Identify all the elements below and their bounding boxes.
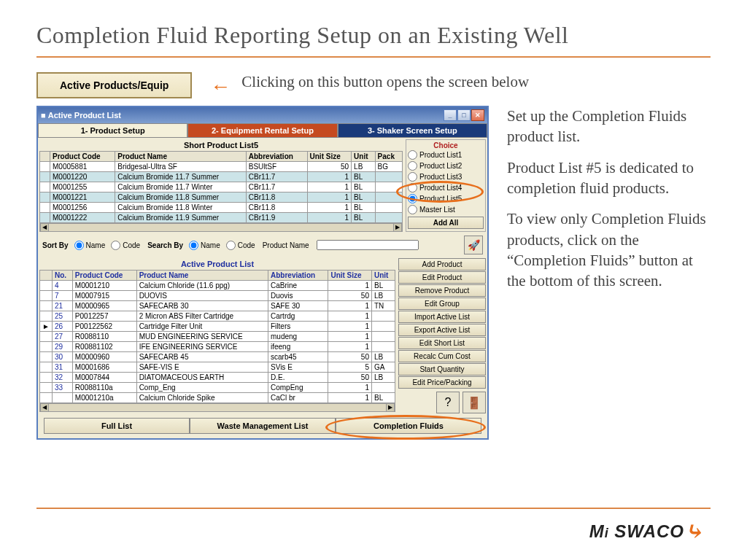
caption-text: Clicking on this button opens the screen…	[241, 72, 529, 92]
tab-equipment-rental[interactable]: 2- Equipment Rental Setup	[187, 123, 337, 138]
table-row[interactable]: 7M0007915DUOVISDuovis50LB	[40, 291, 395, 301]
choice-panel: Choice Product List1 Product List2 Produ…	[406, 139, 486, 232]
choice-option[interactable]: Product List2	[408, 160, 484, 171]
choice-title: Choice	[408, 141, 484, 149]
product-name-input[interactable]	[317, 240, 419, 250]
table-row[interactable]: M0001255Calcium Bromide 11.7 WinterCBr11…	[40, 182, 403, 192]
table-row[interactable]: M0001221Calcium Bromide 11.8 SummerCBr11…	[40, 192, 403, 203]
table-row[interactable]: 4M0001210Calcium Chloride (11.6 ppg)CaBr…	[40, 281, 395, 291]
table-row[interactable]: M0005881Bridgesal-Ultra SFBSUltSF50LBBG	[40, 162, 403, 172]
product-name-label: Product Name	[263, 241, 309, 249]
table-row[interactable]: ►26P00122562Cartridge Filter UnitFilters…	[40, 322, 395, 332]
short-product-list-table[interactable]: Product CodeProduct NameAbbreviationUnit…	[39, 151, 403, 223]
footer-divider	[36, 508, 711, 509]
side-button[interactable]: Add Product	[398, 258, 486, 271]
search-code-radio[interactable]: Code	[226, 240, 255, 251]
search-name-radio[interactable]: Name	[189, 240, 220, 251]
side-text: Set up the Completion Fluids product lis…	[507, 106, 711, 302]
choice-option[interactable]: Product List3	[408, 171, 484, 182]
rocket-icon[interactable]: 🚀	[464, 236, 483, 254]
side-button[interactable]: Export Active List	[398, 324, 486, 336]
slide-title: Completion Fluid Reporting Setup on an E…	[0, 0, 747, 56]
table-row[interactable]: 31M0001686SAFE-VIS ESVis E5GA	[40, 362, 395, 373]
full-list-button[interactable]: Full List	[44, 418, 190, 434]
logo: Mi SWACO⤷	[589, 518, 703, 544]
table-row[interactable]: 33R0088110aComp_EngCompEng1	[40, 383, 395, 393]
side-button[interactable]: Import Active List	[398, 311, 486, 323]
table-row[interactable]: 29R00881102IFE ENGINEERING SERVICEifeeng…	[40, 342, 395, 352]
help-icon[interactable]: ?	[436, 392, 460, 413]
choice-option[interactable]: Product List5	[408, 193, 484, 204]
active-product-list-window: ■ Active Product List _ □ ✕ 1- Product S…	[36, 106, 489, 440]
window-titlebar: ■ Active Product List _ □ ✕	[38, 107, 487, 123]
side-button[interactable]: Recalc Cum Cost	[398, 350, 486, 362]
sort-by-group: Sort By Name Code	[42, 240, 140, 251]
side-button[interactable]: Start Quantity	[398, 363, 486, 376]
table-row[interactable]: M0001210aCalcium Chloride SpikeCaCl br1B…	[40, 393, 395, 403]
window-title: Active Product List	[48, 111, 121, 120]
sort-name-radio[interactable]: Name	[74, 240, 106, 251]
side-button[interactable]: Remove Product	[398, 284, 486, 297]
sort-code-radio[interactable]: Code	[111, 240, 140, 251]
table-row[interactable]: M0001220Calcium Bromide 11.7 SummerCBr11…	[40, 172, 403, 182]
choice-option[interactable]: Product List1	[408, 149, 484, 160]
active-product-list-title: Active Product List	[39, 258, 395, 270]
hscrollbar[interactable]: ◀▶	[39, 223, 403, 232]
table-row[interactable]: M0001222Calcium Bromide 11.9 SummerCBr11…	[40, 213, 403, 223]
active-product-list-table[interactable]: No.Product CodeProduct NameAbbreviationU…	[39, 270, 395, 403]
active-products-button[interactable]: Active Products/Equip	[36, 72, 192, 98]
short-product-list-title: Short Product List5	[39, 139, 403, 151]
tab-shaker-screen[interactable]: 3- Shaker Screen Setup	[338, 123, 487, 138]
side-button[interactable]: Edit Short List	[398, 337, 486, 349]
maximize-button[interactable]: □	[457, 109, 471, 121]
table-row[interactable]: M0001256Calcium Bromide 11.8 WinterCBr11…	[40, 203, 403, 213]
table-row[interactable]: 25P00122572 Micron ABS Filter CartridgeC…	[40, 311, 395, 322]
choice-option[interactable]: Master List	[408, 204, 484, 215]
side-button[interactable]: Edit Price/Packing	[398, 376, 486, 389]
hscrollbar-lower[interactable]: ◀▶	[39, 403, 395, 412]
minimize-button[interactable]: _	[444, 109, 457, 121]
arrow-icon: ←	[210, 75, 231, 98]
window-icon: ■	[41, 111, 46, 120]
waste-management-button[interactable]: Waste Management List	[190, 418, 336, 434]
table-row[interactable]: 21M0000965SAFECARB 30SAFE 301TN	[40, 301, 395, 311]
side-button[interactable]: Edit Group	[398, 298, 486, 310]
tab-product-setup[interactable]: 1- Product Setup	[38, 123, 187, 138]
table-row[interactable]: 30M0000960SAFECARB 45scarb4550LB	[40, 352, 395, 362]
table-row[interactable]: 32M0007844DIATOMACEOUS EARTHD.E.50LB	[40, 373, 395, 383]
search-by-group: Search By Name Code	[147, 240, 255, 251]
choice-option[interactable]: Product List4	[408, 182, 484, 193]
table-row[interactable]: 27R0088110MUD ENGINEERING SERVICEmudeng1	[40, 332, 395, 342]
exit-icon[interactable]: 🚪	[462, 392, 486, 413]
close-button[interactable]: ✕	[471, 109, 484, 121]
side-button-panel: Add ProductEdit ProductRemove ProductEdi…	[398, 258, 486, 413]
completion-fluids-button[interactable]: Completion Fluids	[336, 418, 481, 434]
add-all-button[interactable]: Add All	[408, 217, 484, 229]
side-button[interactable]: Edit Product	[398, 271, 486, 284]
